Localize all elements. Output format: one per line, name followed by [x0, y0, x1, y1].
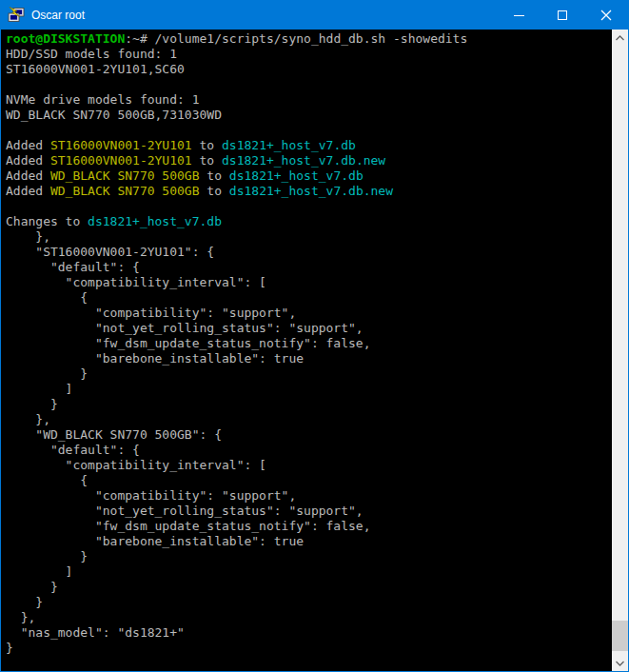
terminal-line: "nas_model": "ds1821+": [6, 625, 612, 641]
terminal-line: root@DISKSTATION:~# /volume1/scripts/syn…: [6, 31, 612, 47]
terminal-line: Changes to ds1821+_host_v7.db: [6, 214, 612, 229]
scroll-up-button[interactable]: [612, 30, 628, 46]
scrollbar[interactable]: [612, 30, 628, 671]
caption-buttons: [497, 1, 628, 30]
terminal-line: "default": {: [6, 260, 612, 275]
maximize-icon: [558, 10, 567, 20]
terminal-line: }: [6, 580, 612, 595]
terminal-line: }: [6, 549, 612, 564]
terminal-line: Added ST16000VN001-2YU101 to ds1821+_hos…: [6, 153, 612, 168]
scroll-thumb[interactable]: [612, 621, 628, 651]
terminal-line: "compatibility": "support",: [6, 488, 612, 504]
maximize-button[interactable]: [541, 1, 584, 30]
terminal-line: Added WD_BLACK SN770 500GB to ds1821+_ho…: [6, 168, 612, 184]
minimize-icon: [514, 15, 524, 16]
terminal-line: [6, 123, 612, 138]
terminal-line: "not_yet_rolling_status": "support",: [6, 321, 612, 336]
terminal-line: "default": {: [6, 443, 612, 458]
terminal-line: },: [6, 610, 612, 625]
terminal-line: }: [6, 595, 612, 610]
close-icon: [600, 10, 612, 21]
terminal-line: "barebone_installable": true: [6, 351, 612, 366]
terminal-line: "fw_dsm_update_status_notify": false,: [6, 519, 612, 534]
terminal-line: ]: [6, 382, 612, 397]
terminal-line: }: [6, 641, 612, 656]
terminal-line: "not_yet_rolling_status": "support",: [6, 504, 612, 519]
terminal-line: }: [6, 366, 612, 382]
terminal-line: },: [6, 229, 612, 245]
terminal-line: }: [6, 397, 612, 412]
terminal-line: WD_BLACK SN770 500GB,731030WD: [6, 108, 612, 123]
close-button[interactable]: [584, 1, 628, 30]
terminal-line: ST16000VN001-2YU101,SC60: [6, 62, 612, 77]
terminal-line: "WD_BLACK SN770 500GB": {: [6, 427, 612, 443]
scroll-down-button[interactable]: [612, 655, 628, 671]
minimize-button[interactable]: [497, 1, 541, 30]
chevron-down-icon: [616, 661, 624, 666]
putty-terminal-icon[interactable]: [8, 7, 25, 24]
terminal-line: "compatibility_interval": [: [6, 275, 612, 290]
terminal-line: [6, 77, 612, 92]
terminal-line: Added WD_BLACK SN770 500GB to ds1821+_ho…: [6, 184, 612, 199]
terminal-line: "barebone_installable": true: [6, 534, 612, 549]
terminal-window: Oscar root root@DISKSTATION:~# /volume1/…: [0, 0, 629, 672]
terminal-line: HDD/SSD models found: 1: [6, 47, 612, 62]
terminal-line: {: [6, 290, 612, 306]
terminal-line: ]: [6, 564, 612, 580]
chevron-up-icon: [616, 35, 624, 41]
terminal-line: [6, 199, 612, 214]
terminal-line: "fw_dsm_update_status_notify": false,: [6, 336, 612, 351]
terminal-line: },: [6, 412, 612, 427]
terminal-line: NVMe drive models found: 1: [6, 92, 612, 108]
terminal-output[interactable]: root@DISKSTATION:~# /volume1/scripts/syn…: [1, 30, 612, 671]
terminal-line: "compatibility_interval": [: [6, 458, 612, 473]
titlebar[interactable]: Oscar root: [1, 1, 628, 30]
terminal-line: "compatibility": "support",: [6, 306, 612, 321]
terminal-line: {: [6, 473, 612, 488]
terminal-line: "ST16000VN001-2YU101": {: [6, 245, 612, 260]
window-title: Oscar root: [31, 9, 497, 22]
terminal-line: Added ST16000VN001-2YU101 to ds1821+_hos…: [6, 138, 612, 153]
